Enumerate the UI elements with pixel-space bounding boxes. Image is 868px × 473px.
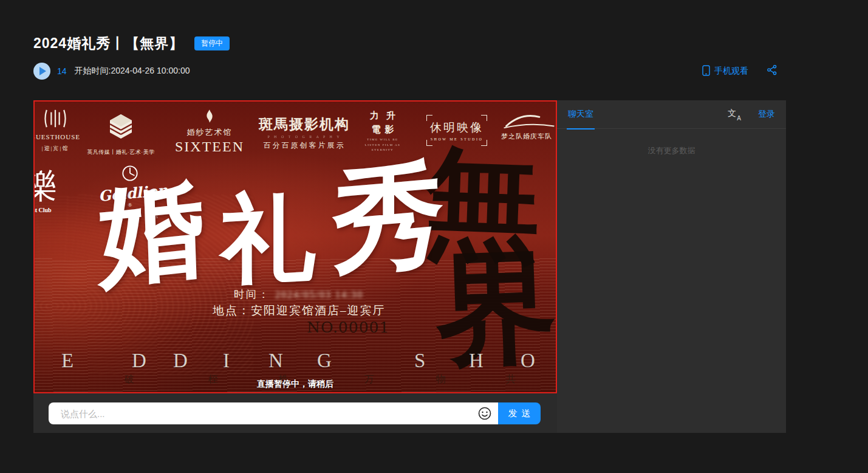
- serial-number: NO.00001: [307, 319, 389, 336]
- meta-actions: 手机观看: [702, 64, 786, 78]
- hostclub-name: Host Club: [35, 207, 70, 213]
- active-tab-underline: [567, 128, 595, 129]
- letter-o: O: [521, 350, 535, 372]
- sixteen-name: SIXTEEN: [169, 139, 250, 155]
- share-button[interactable]: [767, 64, 777, 78]
- motto-char-4: 万: [364, 373, 374, 386]
- phone-icon: [702, 65, 710, 78]
- sponsor-logo-banma: 斑馬摄影机构 P H O T O G R A P H Y 百分百原创客片展示: [252, 115, 357, 151]
- hostclub-glyph: 樂: [35, 168, 70, 204]
- chat-panel: 聊天室 文 A 登录 没有更多数据: [557, 100, 786, 433]
- letter-g: G: [317, 350, 332, 372]
- lisheng-line2: 電影: [355, 124, 411, 136]
- motto-char-5: 物: [436, 373, 446, 386]
- chat-header: 聊天室 文 A 登录: [557, 100, 786, 129]
- lisheng-line1: 力升: [355, 110, 411, 122]
- sponsor-logo-hostclub: 樂 Host Club: [35, 168, 70, 213]
- poster-title-char-hun: 婚: [97, 175, 206, 293]
- letter-d1: D: [132, 350, 146, 372]
- guesthouse-sub: |迎|宾|馆: [35, 145, 84, 153]
- flame-icon: [205, 109, 214, 123]
- banma-tagline: 百分百原创客片展示: [252, 140, 357, 151]
- play-button[interactable]: [33, 63, 50, 80]
- mobile-watch-button[interactable]: 手机观看: [702, 65, 748, 78]
- poster-side-char-jie: 界: [434, 247, 556, 373]
- poster-title-char-xiu: 秀: [332, 157, 444, 280]
- smiley-icon: [477, 406, 492, 421]
- lisheng-sub3: ETERNITY: [355, 148, 411, 153]
- lisheng-sub1: TIME WILL BE: [355, 137, 411, 143]
- sponsor-logo-yingfan: 英凡传媒丨婚礼·艺术·美学: [84, 112, 157, 156]
- play-icon: [39, 67, 46, 75]
- composer: 发送: [49, 402, 541, 424]
- page-header: 2024婚礼秀丨【無界】 暂停中: [33, 34, 230, 53]
- banma-sub: P H O T O G R A P H Y: [252, 135, 357, 139]
- sponsor-logo-guesthouse: GUESTHOUSE |迎|宾|馆: [35, 108, 84, 153]
- live-stream-page: 2024婚礼秀丨【無界】 暂停中 14 开始时间:2024-04-26 10:0…: [0, 0, 868, 473]
- cube-icon: [107, 112, 135, 140]
- chat-empty-text: 没有更多数据: [557, 145, 786, 156]
- translate-icon: 文: [728, 108, 736, 119]
- mobile-watch-label: 手机观看: [714, 66, 748, 77]
- send-button[interactable]: 发送: [498, 402, 541, 424]
- event-time-row: 时间： 2024/05/03 14:30: [234, 288, 363, 302]
- event-time-label: 时间：: [234, 288, 270, 302]
- letter-e: E: [61, 350, 73, 372]
- motto-char-2: 桎: [208, 373, 218, 386]
- letter-h: H: [469, 350, 484, 372]
- poster-title-char-li: 礼: [220, 188, 316, 289]
- translate-button[interactable]: 文 A: [728, 108, 740, 120]
- letter-s: S: [414, 350, 425, 372]
- chat-header-actions: 文 A 登录: [728, 108, 775, 120]
- event-time-value-blurred: 2024/05/03 14:30: [275, 289, 363, 300]
- sponsor-logo-lisheng: 力升 電影 TIME WILL BE LISTEN FILM AS ETERNI…: [355, 110, 411, 153]
- start-time-label: 开始时间:2024-04-26 10:00:00: [75, 66, 190, 77]
- composer-strip: 发送: [33, 393, 557, 433]
- motto-char-1: 破: [125, 373, 134, 386]
- motto-char-6: 共: [506, 373, 516, 386]
- login-button[interactable]: 登录: [758, 109, 775, 120]
- main-content: GUESTHOUSE |迎|宾|馆 英凡传媒丨婚礼·艺术·美学 婚纱艺术馆 SI…: [33, 100, 786, 433]
- poster-image: GUESTHOUSE |迎|宾|馆 英凡传媒丨婚礼·艺术·美学 婚纱艺术馆 SI…: [35, 102, 556, 392]
- lisheng-sub2: LISTEN FILM AS: [355, 143, 411, 148]
- letter-i: I: [223, 350, 230, 372]
- tab-chatroom[interactable]: 聊天室: [568, 100, 593, 129]
- event-venue: 地点：安阳迎宾馆酒店–迎宾厅: [213, 303, 386, 319]
- sponsor-logo-dreamteam: 梦之队婚庆车队: [501, 111, 556, 141]
- pause-overlay-text: 直播暂停中，请稍后: [257, 379, 333, 390]
- meta-row: 14 开始时间:2024-04-26 10:00:00 手机观看: [33, 63, 786, 80]
- sixteen-top: 婚纱艺术馆: [169, 127, 250, 138]
- guesthouse-icon: [41, 108, 69, 129]
- viewer-count: 14: [57, 66, 67, 76]
- video-player[interactable]: GUESTHOUSE |迎|宾|馆 英凡传媒丨婚礼·艺术·美学 婚纱艺术馆 SI…: [33, 100, 557, 393]
- letter-d2: D: [173, 350, 188, 372]
- banma-name: 斑馬摄影机构: [252, 115, 357, 134]
- chatroom-tab-label: 聊天室: [568, 109, 593, 120]
- emoji-button[interactable]: [477, 406, 492, 421]
- car-swoosh-icon: [501, 111, 556, 131]
- share-icon: [767, 64, 777, 78]
- yingfan-caption: 英凡传媒丨婚礼·艺术·美学: [84, 148, 157, 156]
- letter-n: N: [268, 350, 283, 372]
- sponsor-logo-sixteen: 婚纱艺术馆 SIXTEEN: [169, 109, 250, 155]
- message-input[interactable]: [49, 402, 498, 424]
- status-badge: 暂停中: [194, 36, 230, 50]
- showme-name: 休明映像: [430, 120, 484, 136]
- guesthouse-name: GUESTHOUSE: [35, 133, 84, 140]
- page-title: 2024婚礼秀丨【無界】: [33, 34, 183, 53]
